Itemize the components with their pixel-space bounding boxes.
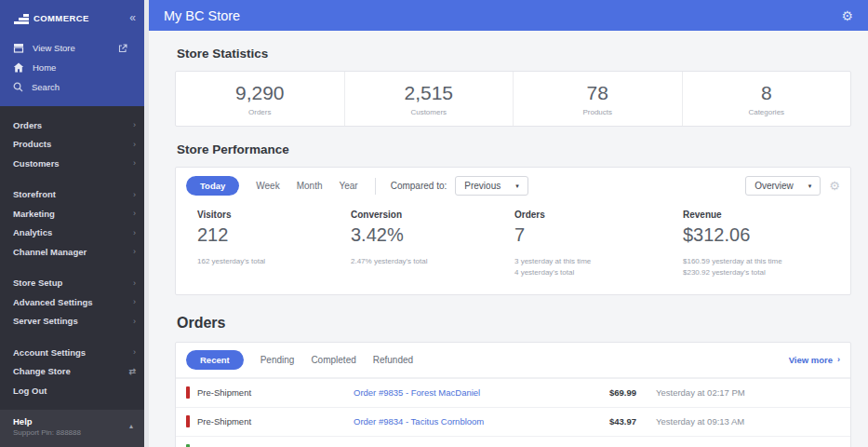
nav-group-account: Account Settings› Change Store⇄ Log Out bbox=[0, 343, 149, 400]
compared-to-select[interactable]: Previous ▾ bbox=[455, 176, 527, 196]
chevron-right-icon: › bbox=[133, 247, 136, 256]
metric-sub: 3 yesterday at this time bbox=[514, 256, 683, 267]
sidebar-item-orders[interactable]: Orders› bbox=[0, 115, 149, 135]
sidebar-item-change-store[interactable]: Change Store⇄ bbox=[0, 362, 149, 382]
chevron-right-icon: › bbox=[133, 209, 136, 218]
order-link[interactable]: Order #9835 - Forest MacDaniel bbox=[354, 387, 609, 398]
store-statistics-heading: Store Statistics bbox=[177, 47, 851, 61]
sidebar-top-section: COMMERCE « View Store Home Search bbox=[0, 0, 149, 106]
sidebar-item-account-settings[interactable]: Account Settings› bbox=[0, 343, 149, 362]
orders-heading: Orders bbox=[177, 315, 851, 332]
metric-value: 7 bbox=[514, 224, 683, 246]
metric-visitors: Visitors 212 162 yesterday's total bbox=[197, 210, 351, 279]
metric-value: $312.06 bbox=[683, 224, 850, 246]
sidebar-item-home[interactable]: Home bbox=[0, 58, 149, 77]
tab-completed[interactable]: Completed bbox=[311, 355, 355, 365]
sidebar-item-log-out[interactable]: Log Out bbox=[0, 381, 149, 400]
chevron-right-icon: › bbox=[133, 228, 136, 237]
tab-recent[interactable]: Recent bbox=[186, 350, 244, 370]
sidebar-item-store-setup[interactable]: Store Setup› bbox=[0, 274, 149, 293]
toolbar-right: Overview ▾ ⚙ bbox=[745, 176, 840, 196]
tab-month[interactable]: Month bbox=[297, 181, 323, 191]
stat-value: 8 bbox=[683, 82, 851, 104]
store-performance-heading: Store Performance bbox=[177, 142, 851, 156]
sidebar-item-label: Server Settings bbox=[13, 316, 78, 326]
sidebar-item-search[interactable]: Search bbox=[0, 77, 149, 97]
metric-sub: $230.92 yesterday's total bbox=[683, 267, 850, 278]
sidebar-item-label: Advanced Settings bbox=[13, 297, 93, 307]
order-row: Pre-Shipment Order #9835 - Forest MacDan… bbox=[176, 378, 850, 407]
performance-metrics: Visitors 212 162 yesterday's total Conve… bbox=[176, 202, 850, 294]
bigcommerce-logo-icon[interactable] bbox=[13, 11, 29, 24]
performance-settings-icon[interactable]: ⚙ bbox=[829, 180, 840, 192]
chevron-right-icon: › bbox=[133, 140, 136, 149]
sidebar-item-label: View Store bbox=[33, 43, 75, 53]
chevron-right-icon: › bbox=[133, 190, 136, 199]
sidebar-item-products[interactable]: Products› bbox=[0, 135, 149, 155]
status-bar bbox=[186, 386, 190, 399]
settings-gear-icon[interactable]: ⚙ bbox=[841, 9, 853, 22]
sidebar-item-label: Marketing bbox=[13, 209, 55, 219]
sidebar-item-label: Customers bbox=[13, 158, 60, 169]
sidebar-item-advanced-settings[interactable]: Advanced Settings› bbox=[0, 292, 149, 312]
help-section[interactable]: Help Support Pin: 888888 ▴ bbox=[0, 410, 144, 447]
stat-label: Orders bbox=[176, 108, 344, 116]
stat-value: 2,515 bbox=[345, 82, 514, 104]
caret-down-icon: ▾ bbox=[515, 183, 519, 190]
orders-card: Recent Pending Completed Refunded View m… bbox=[175, 342, 851, 447]
metric-sub bbox=[197, 267, 351, 277]
status-bar bbox=[186, 415, 190, 427]
sidebar-item-label: Home bbox=[33, 62, 56, 73]
tab-pending[interactable]: Pending bbox=[260, 355, 295, 365]
metric-sub bbox=[351, 267, 514, 277]
tab-year[interactable]: Year bbox=[339, 181, 357, 191]
caret-down-icon: ▾ bbox=[808, 183, 812, 190]
sidebar-item-customers[interactable]: Customers› bbox=[0, 154, 149, 173]
sidebar-item-analytics[interactable]: Analytics› bbox=[0, 224, 149, 243]
metric-orders: Orders 7 3 yesterday at this time 4 yest… bbox=[514, 210, 683, 279]
sidebar-item-storefront[interactable]: Storefront› bbox=[0, 185, 149, 205]
external-link-icon bbox=[118, 44, 136, 53]
sidebar-item-marketing[interactable]: Marketing› bbox=[0, 204, 149, 224]
tab-refunded[interactable]: Refunded bbox=[373, 355, 413, 365]
sidebar-item-label: Products bbox=[13, 139, 51, 149]
metric-label: Visitors bbox=[197, 210, 351, 220]
chevron-right-icon: › bbox=[133, 120, 136, 129]
stat-customers: 2,515 Customers bbox=[344, 72, 514, 126]
app-window: COMMERCE « View Store Home Search Ord bbox=[0, 0, 868, 447]
logo-row: COMMERCE « bbox=[0, 1, 149, 38]
sidebar-item-view-store[interactable]: View Store bbox=[0, 38, 149, 58]
order-amount: $69.99 bbox=[609, 387, 656, 398]
view-more-link[interactable]: View more › bbox=[789, 355, 840, 365]
metric-sub: 162 yesterday's total bbox=[197, 256, 351, 267]
order-row: Completed Order #9833 - Robert Robertson… bbox=[176, 436, 850, 447]
metric-label: Revenue bbox=[683, 210, 850, 220]
metric-sub: 4 yesterday's total bbox=[514, 267, 683, 278]
orders-tabs: Recent Pending Completed Refunded View m… bbox=[176, 343, 850, 378]
chevron-right-icon: › bbox=[133, 297, 136, 306]
overview-select[interactable]: Overview ▾ bbox=[745, 176, 821, 196]
stat-orders: 9,290 Orders bbox=[176, 72, 344, 126]
sidebar-item-label: Log Out bbox=[13, 386, 47, 396]
bigcommerce-logo-text[interactable]: COMMERCE bbox=[33, 13, 89, 23]
tab-today[interactable]: Today bbox=[186, 176, 239, 196]
sidebar-item-label: Storefront bbox=[13, 189, 56, 199]
collapse-sidebar-icon[interactable]: « bbox=[129, 11, 136, 24]
sidebar-item-label: Channel Manager bbox=[13, 247, 87, 257]
order-link[interactable]: Order #9834 - Tacitus Cornbloom bbox=[354, 416, 609, 427]
order-row: Pre-Shipment Order #9834 - Tacitus Cornb… bbox=[176, 407, 850, 436]
metric-revenue: Revenue $312.06 $160.59 yesterday at thi… bbox=[683, 210, 850, 279]
nav-group-settings: Store Setup› Advanced Settings› Server S… bbox=[0, 274, 149, 332]
compared-to-value: Previous bbox=[464, 181, 501, 191]
help-label: Help bbox=[13, 416, 131, 427]
chevron-right-icon: › bbox=[837, 355, 840, 364]
chevron-right-icon: › bbox=[133, 347, 136, 357]
sidebar-item-server-settings[interactable]: Server Settings› bbox=[0, 312, 149, 332]
stat-label: Products bbox=[514, 108, 682, 116]
stat-value: 78 bbox=[514, 82, 682, 104]
sidebar-nav: Orders› Products› Customers› Storefront›… bbox=[0, 115, 149, 400]
tab-week[interactable]: Week bbox=[256, 181, 279, 191]
sidebar-scrollbar[interactable] bbox=[144, 0, 149, 447]
sidebar-item-label: Account Settings bbox=[13, 347, 86, 358]
sidebar-item-channel-manager[interactable]: Channel Manager› bbox=[0, 242, 149, 262]
